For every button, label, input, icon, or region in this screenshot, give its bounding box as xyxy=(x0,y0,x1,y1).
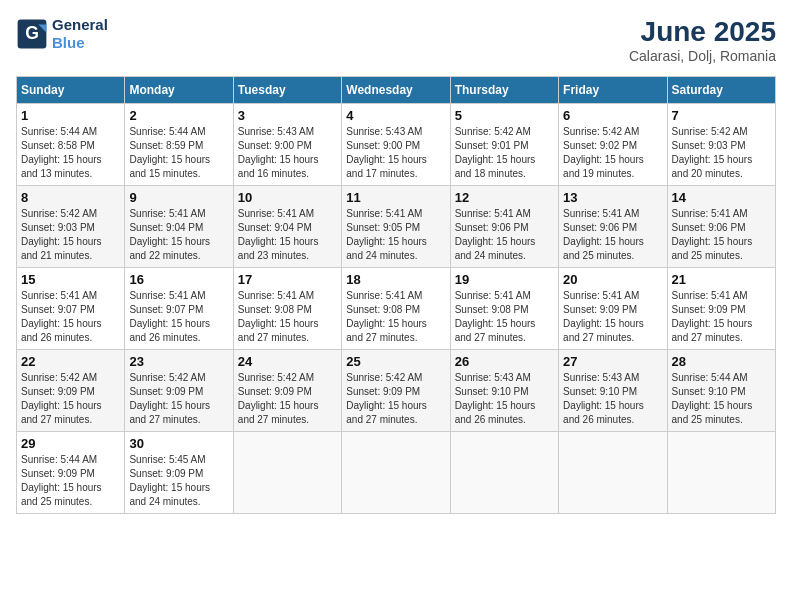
day-info: Sunrise: 5:42 AMSunset: 9:09 PMDaylight:… xyxy=(129,371,228,427)
calendar-cell: 24Sunrise: 5:42 AMSunset: 9:09 PMDayligh… xyxy=(233,350,341,432)
calendar-cell xyxy=(450,432,558,514)
calendar-cell: 2Sunrise: 5:44 AMSunset: 8:59 PMDaylight… xyxy=(125,104,233,186)
day-info: Sunrise: 5:41 AMSunset: 9:04 PMDaylight:… xyxy=(129,207,228,263)
day-number: 1 xyxy=(21,108,120,123)
calendar-cell: 3Sunrise: 5:43 AMSunset: 9:00 PMDaylight… xyxy=(233,104,341,186)
calendar-cell: 25Sunrise: 5:42 AMSunset: 9:09 PMDayligh… xyxy=(342,350,450,432)
day-number: 4 xyxy=(346,108,445,123)
calendar-cell: 21Sunrise: 5:41 AMSunset: 9:09 PMDayligh… xyxy=(667,268,775,350)
day-info: Sunrise: 5:41 AMSunset: 9:06 PMDaylight:… xyxy=(672,207,771,263)
day-number: 20 xyxy=(563,272,662,287)
day-number: 7 xyxy=(672,108,771,123)
col-header-tuesday: Tuesday xyxy=(233,77,341,104)
calendar-cell: 1Sunrise: 5:44 AMSunset: 8:58 PMDaylight… xyxy=(17,104,125,186)
calendar-cell: 23Sunrise: 5:42 AMSunset: 9:09 PMDayligh… xyxy=(125,350,233,432)
day-info: Sunrise: 5:42 AMSunset: 9:09 PMDaylight:… xyxy=(346,371,445,427)
calendar-cell: 14Sunrise: 5:41 AMSunset: 9:06 PMDayligh… xyxy=(667,186,775,268)
calendar-cell: 19Sunrise: 5:41 AMSunset: 9:08 PMDayligh… xyxy=(450,268,558,350)
day-number: 9 xyxy=(129,190,228,205)
calendar-cell: 22Sunrise: 5:42 AMSunset: 9:09 PMDayligh… xyxy=(17,350,125,432)
calendar-cell: 7Sunrise: 5:42 AMSunset: 9:03 PMDaylight… xyxy=(667,104,775,186)
logo: G General Blue xyxy=(16,16,108,52)
day-number: 21 xyxy=(672,272,771,287)
calendar-cell: 10Sunrise: 5:41 AMSunset: 9:04 PMDayligh… xyxy=(233,186,341,268)
day-number: 18 xyxy=(346,272,445,287)
day-number: 23 xyxy=(129,354,228,369)
day-info: Sunrise: 5:41 AMSunset: 9:05 PMDaylight:… xyxy=(346,207,445,263)
day-info: Sunrise: 5:44 AMSunset: 9:09 PMDaylight:… xyxy=(21,453,120,509)
day-info: Sunrise: 5:41 AMSunset: 9:07 PMDaylight:… xyxy=(21,289,120,345)
logo-icon: G xyxy=(16,18,48,50)
day-info: Sunrise: 5:43 AMSunset: 9:10 PMDaylight:… xyxy=(563,371,662,427)
calendar-cell: 18Sunrise: 5:41 AMSunset: 9:08 PMDayligh… xyxy=(342,268,450,350)
day-info: Sunrise: 5:43 AMSunset: 9:10 PMDaylight:… xyxy=(455,371,554,427)
day-info: Sunrise: 5:44 AMSunset: 9:10 PMDaylight:… xyxy=(672,371,771,427)
day-number: 26 xyxy=(455,354,554,369)
day-number: 30 xyxy=(129,436,228,451)
calendar-table: SundayMondayTuesdayWednesdayThursdayFrid… xyxy=(16,76,776,514)
calendar-week-row: 22Sunrise: 5:42 AMSunset: 9:09 PMDayligh… xyxy=(17,350,776,432)
day-info: Sunrise: 5:41 AMSunset: 9:06 PMDaylight:… xyxy=(455,207,554,263)
calendar-cell xyxy=(667,432,775,514)
calendar-cell xyxy=(233,432,341,514)
day-info: Sunrise: 5:44 AMSunset: 8:58 PMDaylight:… xyxy=(21,125,120,181)
day-info: Sunrise: 5:42 AMSunset: 9:09 PMDaylight:… xyxy=(21,371,120,427)
col-header-saturday: Saturday xyxy=(667,77,775,104)
day-info: Sunrise: 5:42 AMSunset: 9:01 PMDaylight:… xyxy=(455,125,554,181)
day-info: Sunrise: 5:43 AMSunset: 9:00 PMDaylight:… xyxy=(238,125,337,181)
day-number: 27 xyxy=(563,354,662,369)
day-number: 13 xyxy=(563,190,662,205)
day-number: 11 xyxy=(346,190,445,205)
calendar-cell: 16Sunrise: 5:41 AMSunset: 9:07 PMDayligh… xyxy=(125,268,233,350)
day-number: 17 xyxy=(238,272,337,287)
calendar-week-row: 1Sunrise: 5:44 AMSunset: 8:58 PMDaylight… xyxy=(17,104,776,186)
col-header-wednesday: Wednesday xyxy=(342,77,450,104)
day-number: 28 xyxy=(672,354,771,369)
calendar-cell: 30Sunrise: 5:45 AMSunset: 9:09 PMDayligh… xyxy=(125,432,233,514)
calendar-cell: 9Sunrise: 5:41 AMSunset: 9:04 PMDaylight… xyxy=(125,186,233,268)
day-number: 10 xyxy=(238,190,337,205)
day-info: Sunrise: 5:44 AMSunset: 8:59 PMDaylight:… xyxy=(129,125,228,181)
day-info: Sunrise: 5:41 AMSunset: 9:08 PMDaylight:… xyxy=(346,289,445,345)
location-subtitle: Calarasi, Dolj, Romania xyxy=(629,48,776,64)
logo-text: General Blue xyxy=(52,16,108,52)
day-number: 12 xyxy=(455,190,554,205)
calendar-cell xyxy=(342,432,450,514)
day-info: Sunrise: 5:41 AMSunset: 9:08 PMDaylight:… xyxy=(455,289,554,345)
col-header-monday: Monday xyxy=(125,77,233,104)
calendar-cell: 13Sunrise: 5:41 AMSunset: 9:06 PMDayligh… xyxy=(559,186,667,268)
col-header-thursday: Thursday xyxy=(450,77,558,104)
calendar-week-row: 15Sunrise: 5:41 AMSunset: 9:07 PMDayligh… xyxy=(17,268,776,350)
calendar-cell: 17Sunrise: 5:41 AMSunset: 9:08 PMDayligh… xyxy=(233,268,341,350)
day-info: Sunrise: 5:43 AMSunset: 9:00 PMDaylight:… xyxy=(346,125,445,181)
day-number: 24 xyxy=(238,354,337,369)
calendar-cell xyxy=(559,432,667,514)
calendar-cell: 12Sunrise: 5:41 AMSunset: 9:06 PMDayligh… xyxy=(450,186,558,268)
calendar-cell: 20Sunrise: 5:41 AMSunset: 9:09 PMDayligh… xyxy=(559,268,667,350)
day-info: Sunrise: 5:41 AMSunset: 9:09 PMDaylight:… xyxy=(563,289,662,345)
calendar-week-row: 29Sunrise: 5:44 AMSunset: 9:09 PMDayligh… xyxy=(17,432,776,514)
title-area: June 2025 Calarasi, Dolj, Romania xyxy=(629,16,776,64)
page-header: G General Blue June 2025 Calarasi, Dolj,… xyxy=(16,16,776,64)
day-info: Sunrise: 5:41 AMSunset: 9:07 PMDaylight:… xyxy=(129,289,228,345)
day-number: 25 xyxy=(346,354,445,369)
calendar-cell: 8Sunrise: 5:42 AMSunset: 9:03 PMDaylight… xyxy=(17,186,125,268)
svg-text:G: G xyxy=(25,23,39,43)
day-info: Sunrise: 5:42 AMSunset: 9:03 PMDaylight:… xyxy=(21,207,120,263)
day-number: 5 xyxy=(455,108,554,123)
calendar-header-row: SundayMondayTuesdayWednesdayThursdayFrid… xyxy=(17,77,776,104)
calendar-cell: 26Sunrise: 5:43 AMSunset: 9:10 PMDayligh… xyxy=(450,350,558,432)
calendar-cell: 4Sunrise: 5:43 AMSunset: 9:00 PMDaylight… xyxy=(342,104,450,186)
col-header-sunday: Sunday xyxy=(17,77,125,104)
day-number: 19 xyxy=(455,272,554,287)
day-number: 15 xyxy=(21,272,120,287)
day-info: Sunrise: 5:42 AMSunset: 9:03 PMDaylight:… xyxy=(672,125,771,181)
day-number: 29 xyxy=(21,436,120,451)
col-header-friday: Friday xyxy=(559,77,667,104)
day-info: Sunrise: 5:41 AMSunset: 9:08 PMDaylight:… xyxy=(238,289,337,345)
day-number: 3 xyxy=(238,108,337,123)
day-info: Sunrise: 5:45 AMSunset: 9:09 PMDaylight:… xyxy=(129,453,228,509)
day-info: Sunrise: 5:42 AMSunset: 9:09 PMDaylight:… xyxy=(238,371,337,427)
day-info: Sunrise: 5:41 AMSunset: 9:06 PMDaylight:… xyxy=(563,207,662,263)
day-number: 8 xyxy=(21,190,120,205)
